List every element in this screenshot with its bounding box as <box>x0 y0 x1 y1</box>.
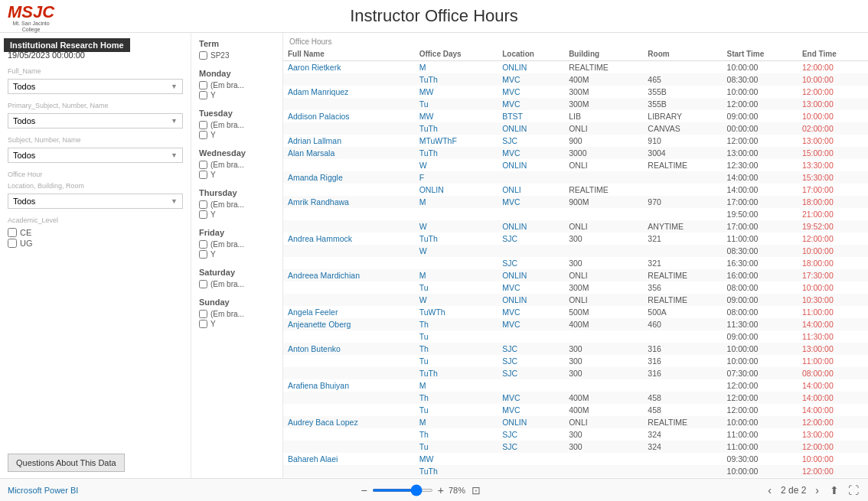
table-cell: 16:30:00 <box>723 257 798 269</box>
share-button[interactable]: ⬆ <box>828 483 840 498</box>
friday-opt2-checkbox[interactable] <box>199 250 207 259</box>
table-cell <box>283 441 415 453</box>
table-cell: Th <box>415 428 498 441</box>
table-row: Bahareh AlaeiMW09:30:0010:00:00 <box>283 453 868 465</box>
academic-level-ce-label: CE <box>20 228 31 237</box>
table-cell: 10:00:00 <box>723 86 798 98</box>
table-cell: 321 <box>643 257 722 269</box>
table-row: Amanda RiggleF14:00:0015:30:00 <box>283 171 868 184</box>
col-fullname: Full Name <box>283 47 415 61</box>
institutional-research-button[interactable]: Institutional Research Home <box>4 38 130 52</box>
table-row: Audrey Baca LopezMONLINONLIREALTIME10:00… <box>283 416 868 428</box>
table-cell: ONLI <box>564 269 643 281</box>
table-cell: 10:00:00 <box>798 281 868 294</box>
table-cell: 07:30:00 <box>723 367 798 379</box>
table-cell: F <box>415 171 498 184</box>
saturday-checkboxes: (Em bra... <box>199 280 275 288</box>
subject-label: Subject, Number, Name <box>8 136 183 144</box>
table-row: TuMVC300M35608:00:0010:00:00 <box>283 281 868 294</box>
table-cell: W <box>415 294 498 306</box>
table-cell <box>643 330 722 343</box>
thursday-opt2-checkbox[interactable] <box>199 210 207 219</box>
table-cell <box>564 379 643 392</box>
sunday-opt1-checkbox[interactable] <box>199 310 207 318</box>
table-cell: Audrey Baca Lopez <box>283 416 415 428</box>
fit-page-button[interactable]: ⊡ <box>470 483 482 498</box>
office-hour-dropdown[interactable]: Todos ▼ <box>8 194 183 209</box>
table-cell: 316 <box>643 367 722 379</box>
tuesday-opt1-item: (Em bra... <box>199 121 275 129</box>
table-cell: ONLI <box>498 184 564 196</box>
wednesday-opt2-checkbox[interactable] <box>199 171 207 179</box>
thursday-opt1-checkbox[interactable] <box>199 200 207 209</box>
table-row: Anton ButenkoThSJC30031610:00:0013:00:00 <box>283 343 868 355</box>
saturday-opt1-checkbox[interactable] <box>199 280 207 288</box>
tuesday-opt2-checkbox[interactable] <box>199 131 207 139</box>
zoom-slider[interactable] <box>372 489 433 492</box>
zoom-minus[interactable]: − <box>361 484 367 496</box>
fullscreen-button[interactable]: ⛶ <box>847 483 860 498</box>
pagination-next-button[interactable]: › <box>812 484 822 496</box>
academic-level-ug-checkbox[interactable] <box>8 239 17 248</box>
saturday-opt1-label: (Em bra... <box>210 280 244 288</box>
table-cell: BTST <box>498 110 564 122</box>
table-cell: M <box>415 416 498 428</box>
table-cell <box>283 355 415 367</box>
table-cell: 300M <box>564 98 643 110</box>
table-cell: SJC <box>498 428 564 441</box>
table-cell: Tu <box>415 441 498 453</box>
table-row: Aaron RietkerkMONLINREALTIME10:00:0012:0… <box>283 61 868 74</box>
subject-dropdown[interactable]: Todos ▼ <box>8 148 183 163</box>
academic-level-ce-checkbox[interactable] <box>8 228 17 237</box>
table-cell <box>415 257 498 269</box>
term-sp23-checkbox[interactable] <box>199 51 207 60</box>
pagination-prev-button[interactable]: ‹ <box>765 484 775 496</box>
table-cell: 300M <box>564 281 643 294</box>
wednesday-opt2-label: Y <box>210 171 216 179</box>
table-cell: 11:00:00 <box>723 428 798 441</box>
table-cell: W <box>415 220 498 233</box>
zoom-plus[interactable]: + <box>438 484 444 496</box>
friday-opt1-checkbox[interactable] <box>199 240 207 249</box>
table-cell <box>415 208 498 220</box>
sunday-opt2-checkbox[interactable] <box>199 320 207 328</box>
table-row: Tu09:00:0011:30:00 <box>283 330 868 343</box>
table-row: 19:50:0021:00:00 <box>283 208 868 220</box>
table-cell: LIBRARY <box>643 110 722 122</box>
monday-opt1-checkbox[interactable] <box>199 81 207 89</box>
table-cell: 12:00:00 <box>723 404 798 416</box>
table-cell: M <box>415 379 498 392</box>
table-cell: MVC <box>498 98 564 110</box>
table-cell: MVC <box>498 318 564 330</box>
monday-opt2-checkbox[interactable] <box>199 91 207 99</box>
monday-opt1-item: (Em bra... <box>199 81 275 89</box>
questions-about-data-button[interactable]: Questions About This Data <box>8 454 125 472</box>
term-sp23-label: SP23 <box>210 51 229 60</box>
table-cell: MW <box>415 453 498 465</box>
table-cell: 324 <box>643 428 722 441</box>
table-cell: 465 <box>643 73 722 86</box>
table-cell: 400M <box>564 404 643 416</box>
table-cell: ONLI <box>564 416 643 428</box>
wednesday-opt1-checkbox[interactable] <box>199 161 207 169</box>
table-cell: Adrian Lallman <box>283 135 415 147</box>
tuesday-opt1-checkbox[interactable] <box>199 121 207 129</box>
power-bi-link[interactable]: Microsoft Power BI <box>8 486 78 495</box>
table-cell: SJC <box>498 441 564 453</box>
table-row: WONLINONLIANYTIME17:00:0019:52:00 <box>283 220 868 233</box>
table-cell: 12:00:00 <box>723 379 798 392</box>
table-cell: 00:00:00 <box>723 122 798 135</box>
table-cell: 10:00:00 <box>723 465 798 477</box>
fullname-dropdown[interactable]: Todos ▼ <box>8 79 183 94</box>
friday-opt1-item: (Em bra... <box>199 240 275 249</box>
table-cell: ONLIN <box>498 294 564 306</box>
primary-subject-dropdown[interactable]: Todos ▼ <box>8 113 183 129</box>
table-cell: MVC <box>498 86 564 98</box>
wednesday-label: Wednesday <box>199 148 275 158</box>
table-cell <box>283 281 415 294</box>
table-cell: SJC <box>498 343 564 355</box>
table-cell: ONLIN <box>498 220 564 233</box>
table-cell: 14:00:00 <box>798 392 868 404</box>
col-starttime: Start Time <box>723 47 798 61</box>
table-cell: REALTIME <box>564 184 643 196</box>
